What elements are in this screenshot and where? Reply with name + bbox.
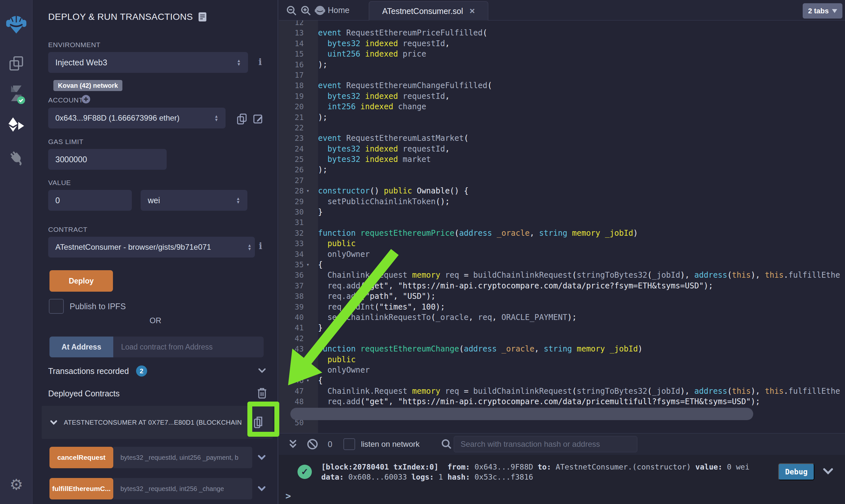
code-line[interactable]: 42 (279, 333, 845, 344)
at-address-input[interactable]: Load contract from Address (113, 337, 264, 357)
code-line[interactable]: 20 int256 indexed change (279, 102, 845, 112)
code-line[interactable]: 43function requestEthereumChange(address… (279, 344, 845, 354)
tabs-count-button[interactable]: 2 tabs (803, 3, 842, 19)
tab-home[interactable]: Home (328, 0, 349, 20)
code-line[interactable]: 28▾constructor() public Ownable() { (279, 186, 845, 196)
tab-atestnetconsumer[interactable]: ATestnetConsumer.sol × (369, 1, 488, 20)
code-line[interactable]: 40 sendChainlinkRequestTo(_oracle, req, … (279, 312, 845, 323)
code-line[interactable]: 45 onlyOwner (279, 365, 845, 375)
fulfill-ethereum-button[interactable]: fulfillEthereumC... (50, 478, 113, 500)
terminal-toolbar: 0 listen on network Search with transact… (279, 433, 845, 455)
file-explorer-icon[interactable] (0, 52, 33, 75)
add-account-icon[interactable] (81, 95, 90, 104)
close-tab-icon[interactable]: × (469, 6, 475, 16)
tx-log-line-2[interactable]: data: 0x608...60033 logs: 1 hash: 0x53c.… (321, 473, 533, 481)
pending-tx-count: 0 (328, 439, 332, 449)
account-select[interactable]: 0x643...9F88D (1.666673996 ether) ▲▼ (48, 108, 226, 128)
code-line[interactable]: 17 (279, 70, 845, 80)
code-line[interactable]: 29 setPublicChainlinkToken(); (279, 196, 845, 207)
value-unit: wei (148, 196, 233, 205)
horizontal-scrollbar[interactable] (290, 408, 753, 420)
expand-params-chevron-icon[interactable] (257, 453, 266, 462)
clear-console-icon[interactable] (307, 439, 318, 450)
publish-ipfs-checkbox[interactable] (49, 299, 64, 314)
listen-network-checkbox[interactable] (343, 438, 355, 450)
code-line[interactable]: 31 (279, 217, 845, 228)
code-line[interactable]: 26); (279, 164, 845, 175)
contract-value: ATestnetConsumer - browser/gists/9b71e07… (55, 242, 244, 252)
code-line[interactable]: 27 (279, 175, 845, 186)
expand-params-chevron-icon[interactable] (257, 484, 266, 493)
contract-select[interactable]: ATestnetConsumer - browser/gists/9b71e07… (48, 237, 255, 257)
code-editor[interactable]: 1213event RequestEthereumPriceFulfilled(… (279, 20, 845, 433)
code-line[interactable]: 38 req.add("path", "USD"); (279, 291, 845, 302)
cancel-request-button[interactable]: cancelRequest (50, 447, 113, 468)
code-line[interactable]: 23event RequestEthereumLastMarket( (279, 133, 845, 143)
tx-log-line-1[interactable]: [block:20780401 txIndex:0] from: 0x643..… (321, 463, 754, 471)
tx-success-icon: ✓ (297, 465, 312, 479)
clear-instances-trash-icon[interactable] (257, 387, 268, 399)
deploy-run-panel: DEPLOY & RUN TRANSACTIONS ENVIRONMENT In… (33, 0, 278, 504)
code-line[interactable]: 13event RequestEthereumPriceFulfilled( (279, 28, 845, 38)
code-line[interactable]: 32function requestEthereumPrice(address … (279, 228, 845, 238)
instance-expand-chevron-icon[interactable] (50, 418, 58, 427)
code-line[interactable]: 24 bytes32 indexed requestId, (279, 144, 845, 154)
code-line[interactable]: 15 uint256 indexed price (279, 49, 845, 59)
gas-limit-label: GAS LIMIT (48, 138, 83, 146)
transactions-chevron-icon[interactable] (257, 365, 267, 375)
value-unit-select[interactable]: wei ▲▼ (141, 190, 247, 211)
account-value: 0x643...9F88D (1.666673996 ether) (55, 113, 211, 123)
contract-label: CONTRACT (48, 226, 88, 233)
search-icon (441, 439, 452, 450)
terminal-collapse-icon[interactable] (288, 439, 298, 449)
code-line[interactable]: 46▾{ (279, 375, 845, 385)
code-line[interactable]: 30} (279, 207, 845, 217)
code-line[interactable]: 47 Chainlink.Request memory req = buildC… (279, 386, 845, 396)
at-address-button[interactable]: At Address (50, 337, 113, 357)
deploy-run-icon[interactable] (0, 114, 33, 137)
code-line[interactable]: 37 req.add("get", "https://min-api.crypt… (279, 281, 845, 291)
code-line[interactable]: 36 Chainlink.Request memory req = buildC… (279, 270, 845, 280)
code-line[interactable]: 48 req.add("get", "https://min-api.crypt… (279, 396, 845, 407)
debug-button[interactable]: Debug (778, 463, 814, 480)
activity-bar: ⚙ (0, 0, 33, 504)
edit-account-icon[interactable] (253, 113, 264, 124)
code-line[interactable]: 25 bytes32 indexed market (279, 154, 845, 164)
contract-info-icon[interactable]: i (259, 240, 262, 251)
code-line[interactable]: 22 (279, 123, 845, 133)
home-logo-icon[interactable] (314, 4, 326, 16)
terminal-prompt[interactable]: > (286, 491, 291, 501)
code-line[interactable]: 39 req.addInt("times", 100); (279, 302, 845, 312)
settings-gear-icon[interactable]: ⚙ (0, 473, 33, 496)
code-line[interactable]: 33 public (279, 238, 845, 249)
deploy-button[interactable]: Deploy (50, 270, 113, 292)
code-line[interactable]: 18event RequestEthereumChangeFulfilled( (279, 80, 845, 91)
code-line[interactable]: 16); (279, 59, 845, 70)
fulfill-ethereum-params-input[interactable]: bytes32 _requestId, int256 _change (113, 478, 252, 500)
code-line[interactable]: 44 public (279, 355, 845, 365)
zoom-in-icon[interactable] (300, 5, 311, 16)
zoom-out-icon[interactable] (286, 5, 297, 16)
terminal-search-input[interactable]: Search with transaction hash or address (454, 436, 637, 452)
gas-limit-input[interactable]: 3000000 (48, 149, 167, 170)
solidity-compiler-icon[interactable] (0, 83, 33, 106)
select-stepper-icon: ▲▼ (214, 114, 219, 122)
select-stepper-icon: ▲▼ (237, 59, 241, 66)
expand-log-chevron-icon[interactable] (822, 466, 834, 477)
code-line[interactable]: 12 (279, 20, 845, 28)
code-line[interactable]: 34 onlyOwner (279, 249, 845, 259)
value-input[interactable]: 0 (48, 190, 132, 211)
code-line[interactable]: 14 bytes32 indexed requestId, (279, 38, 845, 49)
code-line[interactable]: 19 bytes32 indexed requestId, (279, 91, 845, 102)
network-badge: Kovan (42) network (53, 80, 122, 91)
code-line[interactable]: 41} (279, 323, 845, 333)
environment-info-icon[interactable]: i (258, 57, 262, 67)
code-line[interactable]: 35▾{ (279, 259, 845, 270)
remix-ide-window: ⚙ DEPLOY & RUN TRANSACTIONS ENVIRONMENT … (0, 0, 845, 504)
copy-account-icon[interactable] (236, 113, 247, 125)
deployed-instance-header[interactable]: ATESTNETCONSUMER AT 0X7E7...E80D1 (BLOCK… (42, 406, 273, 439)
plugin-manager-icon[interactable] (0, 146, 33, 169)
cancel-request-params-input[interactable]: bytes32 _requestId, uint256 _payment, b (113, 447, 252, 468)
code-line[interactable]: 21); (279, 112, 845, 123)
environment-select[interactable]: Injected Web3 ▲▼ (48, 52, 248, 73)
